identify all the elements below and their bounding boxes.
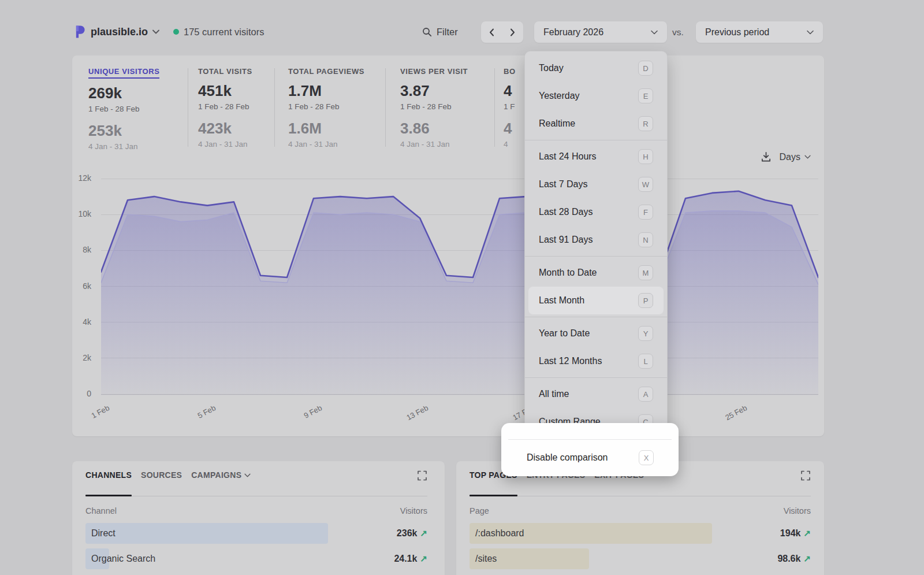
menu-item-realtime[interactable]: RealtimeR [525,110,667,138]
stat-total-pageviews[interactable]: TOTAL PAGEVIEWS1.7M1 Feb - 28 Feb1.6M4 J… [288,66,364,149]
menu-separator [508,439,672,440]
expand-icon[interactable] [417,470,427,483]
menu-item-label: Month to Date [539,268,597,278]
menu-item-label: Today [539,63,564,73]
channels-tabs: CHANNELSSOURCESCAMPAIGNS [85,470,427,480]
current-visitors-label: 175 current visitors [184,27,264,38]
chevron-down-icon [807,30,814,35]
shortcut-badge: W [638,177,653,192]
x-tick-label: 25 Feb [724,403,748,422]
stat-total-visits[interactable]: TOTAL VISITS451k1 Feb - 28 Feb423k4 Jan … [198,66,252,149]
menu-item-disable-comparison[interactable]: Disable comparison X [501,444,679,472]
stat-unique-visitors[interactable]: UNIQUE VISITORS269k1 Feb - 28 Feb253k4 J… [88,66,159,151]
menu-item-label: Last 28 Days [539,207,593,217]
date-range-selector[interactable]: February 2026 [534,21,667,43]
menu-item-label: Year to Date [539,328,590,339]
table-row-sites[interactable]: /sites98.6k↗ [470,548,811,569]
stat-previous-value: 4 [504,120,516,138]
tab-channels[interactable]: CHANNELS [85,470,132,480]
visitors-chart[interactable] [101,177,818,398]
interval-label: Days [780,152,800,162]
period-arrows-group [481,21,523,43]
row-name: /:dashboard [475,523,524,544]
current-visitors-link[interactable]: 175 current visitors [173,24,264,39]
shortcut-badge: P [638,293,653,308]
row-visitors: 194k↗ [780,523,811,544]
trend-up-arrow-icon: ↗ [420,528,427,538]
pages-rows: /:dashboard194k↗/sites98.6k↗ [470,523,811,574]
column-header-left: Page [470,506,489,515]
menu-item-today[interactable]: TodayD [525,54,667,82]
x-tick-label: 1 Feb [90,403,111,420]
row-visitors-value: 98.6k [777,554,800,563]
y-tick-label: 12k [72,173,91,183]
filter-button[interactable]: Filter [422,24,458,39]
menu-item-last-month[interactable]: Last MonthP [528,287,664,314]
stat-divider [494,68,495,147]
menu-item-label: Yesterday [539,91,580,101]
menu-item-yesterday[interactable]: YesterdayE [525,82,667,110]
menu-item-year-to-date[interactable]: Year to DateY [525,320,667,347]
previous-period-arrow-button[interactable] [481,21,502,43]
pages-column-headers: PageVisitors [470,506,811,515]
menu-item-last-12-months[interactable]: Last 12 MonthsL [525,347,667,375]
menu-item-month-to-date[interactable]: Month to DateM [525,259,667,287]
tab-sources[interactable]: SOURCES [141,470,182,480]
comparison-selector[interactable]: Previous period [696,21,823,43]
shortcut-badge: H [638,149,653,164]
vs-label: vs. [672,27,684,38]
stat-previous-value: 1.6M [288,120,364,138]
row-name: /sites [475,548,497,569]
stat-previous-period: 4 Jan - 31 Jan [288,140,364,149]
main-graph-card: UNIQUE VISITORS269k1 Feb - 28 Feb253k4 J… [72,55,824,436]
menu-item-label: Last 7 Days [539,179,587,190]
chevron-down-icon [244,473,251,477]
shortcut-badge: R [638,116,653,131]
menu-item-label: Disable comparison [527,452,608,463]
menu-item-label: Last 24 Hours [539,151,597,162]
interval-selector[interactable]: Days [780,152,811,162]
stat-period: 1 Feb - 28 Feb [288,102,364,111]
menu-item-last-24-hours[interactable]: Last 24 HoursH [525,143,667,170]
area-february-2026 [101,191,818,395]
chevron-down-icon [651,30,658,35]
plausible-dashboard: plausible.io 175 current visitors Filter… [0,0,924,575]
y-tick-label: 6k [72,281,91,291]
menu-item-label: Last 12 Months [539,356,602,366]
menu-item-last-28-days[interactable]: Last 28 DaysF [525,198,667,226]
stat-bo[interactable]: BO41 F44 [504,66,516,149]
stat-label: UNIQUE VISITORS [88,67,159,79]
shortcut-badge: N [638,232,653,247]
menu-item-label: Realtime [539,118,575,129]
table-row-dashboard[interactable]: /:dashboard194k↗ [470,523,811,544]
row-visitors: 24.1k↗ [394,548,427,569]
table-row-direct[interactable]: Direct236k↗ [85,523,427,544]
next-period-arrow-button[interactable] [502,21,524,43]
row-name: Direct [91,523,116,544]
date-range-label: February 2026 [543,27,603,38]
site-switcher[interactable]: plausible.io [74,23,159,40]
search-icon [422,27,432,37]
table-row-organic-search[interactable]: Organic Search24.1k↗ [85,548,427,569]
stat-value: 3.87 [400,82,468,100]
menu-item-all-time[interactable]: All timeA [525,380,667,408]
stat-value: 451k [198,82,252,100]
live-dot-icon [173,29,179,35]
x-tick-label: 9 Feb [303,403,323,420]
stat-views-per-visit[interactable]: VIEWS PER VISIT3.871 Feb - 28 Feb3.864 J… [400,66,468,149]
download-icon[interactable] [761,151,772,162]
shortcut-badge: L [638,354,653,369]
y-tick-label: 10k [72,209,91,218]
expand-icon[interactable] [800,470,811,483]
menu-separator [525,256,667,257]
tab-campaigns[interactable]: CAMPAIGNS [191,470,251,480]
menu-item-last-91-days[interactable]: Last 91 DaysN [525,226,667,254]
trend-up-arrow-icon: ↗ [420,554,427,563]
pages-card: TOP PAGESENTRY PAGESEXIT PAGESPageVisito… [456,461,824,575]
row-visitors-value: 24.1k [394,554,417,563]
tab-label: CHANNELS [85,470,132,480]
filter-label: Filter [437,27,458,38]
menu-item-last-7-days[interactable]: Last 7 DaysW [525,170,667,198]
stat-value: 1.7M [288,82,364,100]
tab-label: SOURCES [141,470,182,480]
